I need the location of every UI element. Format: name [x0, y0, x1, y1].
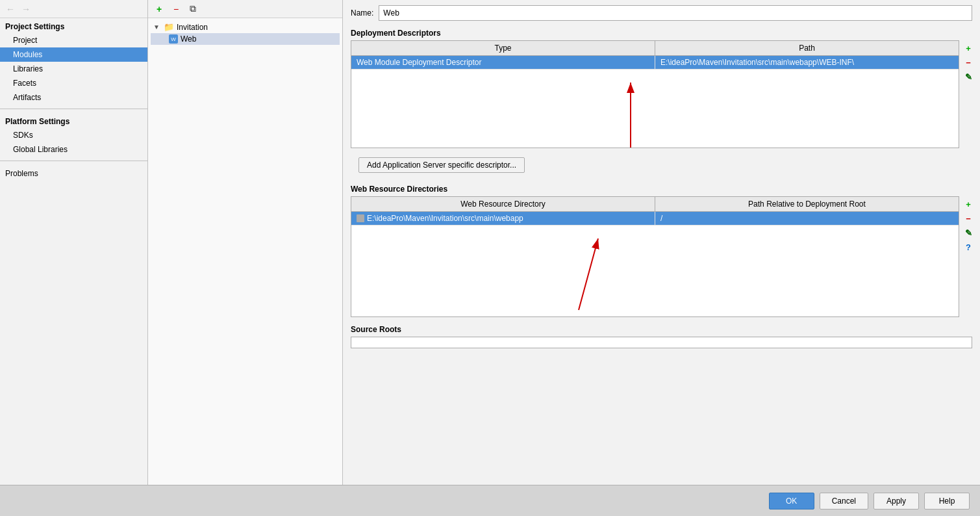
annotation-arrow-1 [351, 70, 959, 161]
web-res-row-path: / [655, 212, 959, 225]
bottom-bar: OK Cancel Apply Help [0, 485, 980, 516]
tree-item-web-label: Web [181, 34, 196, 44]
remove-module-button[interactable]: − [169, 3, 183, 16]
add-module-button[interactable]: + [152, 3, 166, 16]
name-input[interactable] [379, 5, 972, 21]
right-panel: Name: Deployment Descriptors Type Path W… [343, 0, 980, 485]
cancel-button[interactable]: Cancel [820, 493, 868, 510]
sidebar-divider-1 [0, 109, 147, 109]
dir-icon [357, 214, 364, 222]
sidebar-item-global-libraries[interactable]: Global Libraries [0, 142, 147, 157]
sidebar-item-facets[interactable]: Facets [0, 76, 147, 90]
deployment-section-title: Deployment Descriptors [343, 26, 980, 40]
platform-settings-header: Platform Settings [0, 113, 147, 128]
web-resource-table-empty [351, 226, 959, 316]
module-panel: + − ⧉ ▼ 📁 Invitation W Web [148, 0, 343, 485]
ok-button[interactable]: OK [769, 493, 814, 510]
sidebar: ← → Project Settings Project Modules Lib… [0, 0, 148, 485]
annotation-arrow-2 [351, 226, 959, 316]
name-label: Name: [351, 8, 373, 18]
web-resource-section-title: Web Resource Directories [343, 182, 980, 196]
apply-button[interactable]: Apply [873, 493, 919, 510]
web-res-edit-btn[interactable]: ✎ [962, 226, 975, 239]
sidebar-item-project[interactable]: Project [0, 33, 147, 47]
web-resource-row-0[interactable]: E:\ideaPro\Maven\Invitation\src\main\web… [351, 212, 959, 226]
deployment-side-actions: + − ✎ [959, 40, 977, 84]
web-res-row-dir: E:\ideaPro\Maven\Invitation\src\main\web… [351, 212, 655, 225]
name-row: Name: [343, 0, 980, 26]
source-roots-bar [351, 337, 972, 348]
module-tree: ▼ 📁 Invitation W Web [148, 18, 342, 485]
web-res-add-btn[interactable]: + [962, 198, 975, 211]
deployment-row-type: Web Module Deployment Descriptor [351, 56, 655, 69]
deployment-row-path: E:\ideaPro\Maven\Invitation\src\main\web… [655, 56, 959, 69]
sidebar-item-libraries[interactable]: Libraries [0, 62, 147, 76]
deployment-table-row-0[interactable]: Web Module Deployment Descriptor E:\idea… [351, 56, 959, 70]
deployment-add-btn[interactable]: + [962, 42, 975, 55]
sidebar-item-artifacts[interactable]: Artifacts [0, 90, 147, 105]
web-res-col-dir: Web Resource Directory [351, 197, 655, 211]
deployment-edit-btn[interactable]: ✎ [962, 70, 975, 83]
sidebar-item-sdks[interactable]: SDKs [0, 128, 147, 142]
source-roots-section: Source Roots [343, 322, 980, 348]
web-resource-table-header: Web Resource Directory Path Relative to … [351, 197, 959, 212]
add-descriptor-button[interactable]: Add Application Server specific descript… [358, 157, 525, 173]
svg-line-3 [579, 239, 598, 310]
deployment-remove-btn[interactable]: − [962, 56, 975, 69]
module-toolbar: + − ⧉ [148, 0, 342, 18]
sidebar-divider-2 [0, 161, 147, 161]
add-descriptor-container: Add Application Server specific descript… [343, 148, 980, 182]
web-res-remove-btn[interactable]: − [962, 212, 975, 225]
folder-icon: 📁 [164, 22, 174, 32]
help-button[interactable]: Help [924, 493, 970, 510]
web-res-dir-text: E:\ideaPro\Maven\Invitation\src\main\web… [367, 214, 523, 223]
forward-button[interactable]: → [19, 3, 32, 16]
deployment-col-type: Type [351, 41, 655, 55]
deployment-table-empty [351, 70, 959, 148]
project-settings-header: Project Settings [0, 18, 147, 33]
name-label-text: Name: [351, 8, 373, 18]
tree-item-web[interactable]: W Web [151, 33, 340, 45]
web-resource-table: Web Resource Directory Path Relative to … [351, 196, 959, 317]
sidebar-item-problems[interactable]: Problems [0, 165, 147, 182]
sidebar-item-modules[interactable]: Modules [0, 47, 147, 62]
tree-item-invitation-label: Invitation [177, 23, 208, 32]
web-res-help-btn[interactable]: ? [962, 240, 975, 253]
back-button[interactable]: ← [4, 3, 17, 16]
tree-toggle-icon: ▼ [153, 23, 161, 31]
source-roots-title: Source Roots [343, 322, 980, 337]
copy-module-button[interactable]: ⧉ [186, 3, 200, 16]
sidebar-top-nav: ← → [0, 0, 147, 18]
deployment-table: Type Path Web Module Deployment Descript… [351, 40, 959, 148]
web-resource-side-actions: + − ✎ ? [959, 196, 977, 255]
deployment-table-header: Type Path [351, 41, 959, 56]
tree-item-invitation[interactable]: ▼ 📁 Invitation [151, 21, 340, 33]
web-res-col-path: Path Relative to Deployment Root [655, 197, 959, 211]
web-module-icon: W [169, 34, 178, 44]
right-panel-content: Name: Deployment Descriptors Type Path W… [343, 0, 980, 485]
deployment-col-path: Path [655, 41, 959, 55]
